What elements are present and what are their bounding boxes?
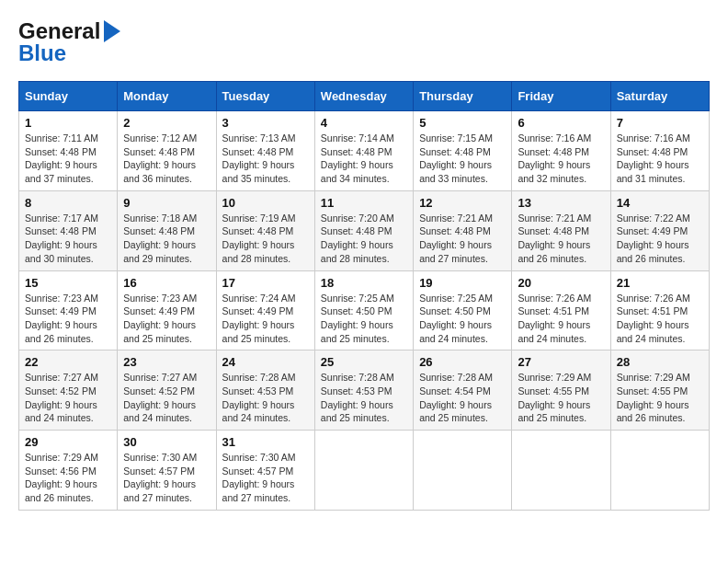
- calendar-empty-cell: [414, 431, 512, 511]
- day-info: Sunrise: 7:25 AMSunset: 4:50 PMDaylight:…: [321, 293, 394, 344]
- calendar-day-30: 30Sunrise: 7:30 AMSunset: 4:57 PMDayligh…: [118, 431, 216, 511]
- calendar-day-26: 26Sunrise: 7:28 AMSunset: 4:54 PMDayligh…: [414, 350, 512, 431]
- day-number: 27: [518, 355, 604, 369]
- calendar-day-8: 8Sunrise: 7:17 AMSunset: 4:48 PMDaylight…: [19, 190, 118, 270]
- day-info: Sunrise: 7:29 AMSunset: 4:56 PMDaylight:…: [25, 452, 98, 503]
- day-number: 18: [321, 276, 407, 290]
- day-number: 1: [25, 116, 111, 130]
- day-number: 20: [518, 276, 604, 290]
- calendar-day-12: 12Sunrise: 7:21 AMSunset: 4:48 PMDayligh…: [414, 190, 512, 270]
- day-info: Sunrise: 7:30 AMSunset: 4:57 PMDaylight:…: [222, 452, 296, 503]
- calendar-day-24: 24Sunrise: 7:28 AMSunset: 4:53 PMDayligh…: [216, 350, 314, 431]
- day-number: 14: [617, 196, 703, 210]
- day-number: 10: [222, 196, 309, 210]
- calendar-week-5: 29Sunrise: 7:29 AMSunset: 4:56 PMDayligh…: [19, 431, 710, 511]
- day-info: Sunrise: 7:29 AMSunset: 4:55 PMDaylight:…: [617, 372, 690, 423]
- day-info: Sunrise: 7:28 AMSunset: 4:53 PMDaylight:…: [222, 372, 296, 423]
- calendar-day-14: 14Sunrise: 7:22 AMSunset: 4:49 PMDayligh…: [610, 190, 709, 270]
- day-info: Sunrise: 7:23 AMSunset: 4:49 PMDaylight:…: [25, 293, 98, 344]
- calendar-header-sunday: Sunday: [19, 82, 118, 111]
- calendar-day-5: 5Sunrise: 7:15 AMSunset: 4:48 PMDaylight…: [414, 111, 512, 191]
- calendar-day-7: 7Sunrise: 7:16 AMSunset: 4:48 PMDaylight…: [610, 111, 709, 191]
- day-number: 28: [617, 355, 703, 369]
- calendar-header-monday: Monday: [118, 82, 216, 111]
- calendar-week-3: 15Sunrise: 7:23 AMSunset: 4:49 PMDayligh…: [19, 270, 710, 350]
- calendar-day-10: 10Sunrise: 7:19 AMSunset: 4:48 PMDayligh…: [216, 190, 314, 270]
- calendar-header-thursday: Thursday: [414, 82, 512, 111]
- day-number: 26: [419, 355, 506, 369]
- day-info: Sunrise: 7:18 AMSunset: 4:48 PMDaylight:…: [123, 213, 197, 264]
- calendar-day-21: 21Sunrise: 7:26 AMSunset: 4:51 PMDayligh…: [610, 270, 709, 350]
- day-info: Sunrise: 7:19 AMSunset: 4:48 PMDaylight:…: [222, 213, 296, 264]
- day-info: Sunrise: 7:27 AMSunset: 4:52 PMDaylight:…: [123, 372, 197, 423]
- day-number: 13: [518, 196, 604, 210]
- day-number: 29: [25, 435, 111, 449]
- day-number: 21: [617, 276, 703, 290]
- calendar-empty-cell: [610, 431, 709, 511]
- day-number: 12: [419, 196, 506, 210]
- calendar-day-17: 17Sunrise: 7:24 AMSunset: 4:49 PMDayligh…: [216, 270, 314, 350]
- day-info: Sunrise: 7:20 AMSunset: 4:48 PMDaylight:…: [321, 213, 394, 264]
- calendar-day-31: 31Sunrise: 7:30 AMSunset: 4:57 PMDayligh…: [216, 431, 314, 511]
- calendar-header-tuesday: Tuesday: [216, 82, 314, 111]
- calendar-day-11: 11Sunrise: 7:20 AMSunset: 4:48 PMDayligh…: [314, 190, 413, 270]
- logo-text-blue: Blue: [18, 40, 66, 66]
- day-number: 6: [518, 116, 604, 130]
- calendar-day-16: 16Sunrise: 7:23 AMSunset: 4:49 PMDayligh…: [118, 270, 216, 350]
- calendar-day-27: 27Sunrise: 7:29 AMSunset: 4:55 PMDayligh…: [512, 350, 610, 431]
- calendar-day-1: 1Sunrise: 7:11 AMSunset: 4:48 PMDaylight…: [19, 111, 118, 191]
- day-info: Sunrise: 7:11 AMSunset: 4:48 PMDaylight:…: [25, 132, 98, 184]
- day-number: 11: [321, 196, 407, 210]
- calendar-day-29: 29Sunrise: 7:29 AMSunset: 4:56 PMDayligh…: [19, 431, 118, 511]
- calendar-empty-cell: [314, 431, 413, 511]
- day-info: Sunrise: 7:14 AMSunset: 4:48 PMDaylight:…: [321, 132, 394, 184]
- calendar-day-13: 13Sunrise: 7:21 AMSunset: 4:48 PMDayligh…: [512, 190, 610, 270]
- logo-arrow-icon: [104, 20, 120, 42]
- calendar-day-20: 20Sunrise: 7:26 AMSunset: 4:51 PMDayligh…: [512, 270, 610, 350]
- day-number: 9: [123, 196, 210, 210]
- day-number: 4: [321, 116, 407, 130]
- calendar-day-15: 15Sunrise: 7:23 AMSunset: 4:49 PMDayligh…: [19, 270, 118, 350]
- calendar-day-18: 18Sunrise: 7:25 AMSunset: 4:50 PMDayligh…: [314, 270, 413, 350]
- day-info: Sunrise: 7:16 AMSunset: 4:48 PMDaylight:…: [518, 132, 591, 184]
- calendar-empty-cell: [512, 431, 610, 511]
- calendar-day-28: 28Sunrise: 7:29 AMSunset: 4:55 PMDayligh…: [610, 350, 709, 431]
- day-number: 24: [222, 355, 309, 369]
- calendar-day-2: 2Sunrise: 7:12 AMSunset: 4:48 PMDaylight…: [118, 111, 216, 191]
- calendar-table: SundayMondayTuesdayWednesdayThursdayFrid…: [18, 81, 710, 511]
- day-number: 3: [222, 116, 309, 130]
- calendar-day-22: 22Sunrise: 7:27 AMSunset: 4:52 PMDayligh…: [19, 350, 118, 431]
- day-number: 25: [321, 355, 407, 369]
- day-info: Sunrise: 7:27 AMSunset: 4:52 PMDaylight:…: [25, 372, 98, 423]
- day-info: Sunrise: 7:30 AMSunset: 4:57 PMDaylight:…: [123, 452, 197, 503]
- day-info: Sunrise: 7:25 AMSunset: 4:50 PMDaylight:…: [419, 293, 493, 344]
- day-number: 19: [419, 276, 506, 290]
- page-header: General Blue: [18, 18, 710, 66]
- day-info: Sunrise: 7:24 AMSunset: 4:49 PMDaylight:…: [222, 293, 296, 344]
- day-info: Sunrise: 7:13 AMSunset: 4:48 PMDaylight:…: [222, 132, 296, 184]
- calendar-day-3: 3Sunrise: 7:13 AMSunset: 4:48 PMDaylight…: [216, 111, 314, 191]
- day-number: 8: [25, 196, 111, 210]
- calendar-header-wednesday: Wednesday: [314, 82, 413, 111]
- day-info: Sunrise: 7:28 AMSunset: 4:53 PMDaylight:…: [321, 372, 394, 423]
- calendar-header-row: SundayMondayTuesdayWednesdayThursdayFrid…: [19, 82, 710, 111]
- day-number: 30: [123, 435, 210, 449]
- calendar-week-4: 22Sunrise: 7:27 AMSunset: 4:52 PMDayligh…: [19, 350, 710, 431]
- day-info: Sunrise: 7:26 AMSunset: 4:51 PMDaylight:…: [518, 293, 591, 344]
- calendar-week-1: 1Sunrise: 7:11 AMSunset: 4:48 PMDaylight…: [19, 111, 710, 191]
- calendar-header-friday: Friday: [512, 82, 610, 111]
- day-number: 23: [123, 355, 210, 369]
- day-info: Sunrise: 7:12 AMSunset: 4:48 PMDaylight:…: [123, 132, 197, 184]
- calendar-day-23: 23Sunrise: 7:27 AMSunset: 4:52 PMDayligh…: [118, 350, 216, 431]
- day-number: 15: [25, 276, 111, 290]
- day-info: Sunrise: 7:23 AMSunset: 4:49 PMDaylight:…: [123, 293, 197, 344]
- calendar-day-25: 25Sunrise: 7:28 AMSunset: 4:53 PMDayligh…: [314, 350, 413, 431]
- day-number: 22: [25, 355, 111, 369]
- day-info: Sunrise: 7:26 AMSunset: 4:51 PMDaylight:…: [617, 293, 690, 344]
- day-info: Sunrise: 7:29 AMSunset: 4:55 PMDaylight:…: [518, 372, 591, 423]
- calendar-day-4: 4Sunrise: 7:14 AMSunset: 4:48 PMDaylight…: [314, 111, 413, 191]
- calendar-day-6: 6Sunrise: 7:16 AMSunset: 4:48 PMDaylight…: [512, 111, 610, 191]
- calendar-header-saturday: Saturday: [610, 82, 709, 111]
- day-number: 17: [222, 276, 309, 290]
- day-number: 2: [123, 116, 210, 130]
